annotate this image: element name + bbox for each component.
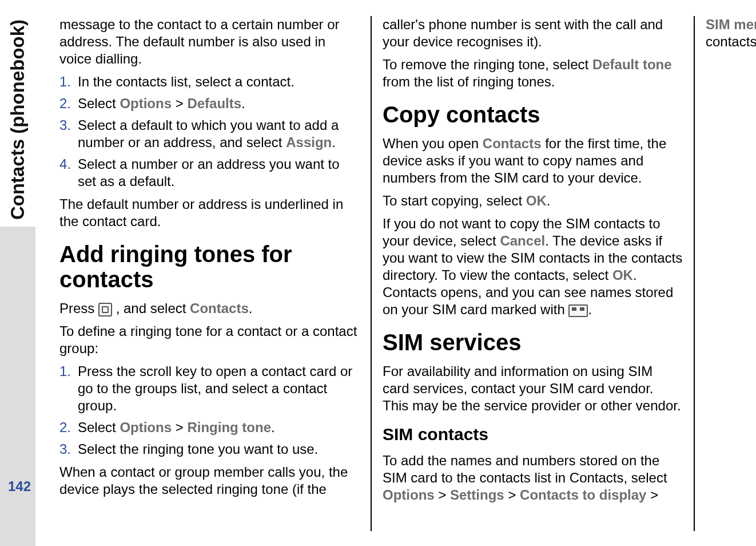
- ui-label-contacts: Contacts: [483, 136, 542, 151]
- page-number: 142: [8, 478, 31, 494]
- heading-copy-contacts: Copy contacts: [383, 102, 683, 127]
- copy-start-paragraph: To start copying, select OK.: [383, 192, 683, 209]
- list-number: 3.: [59, 117, 71, 134]
- heading-sim-contacts: SIM contacts: [383, 424, 683, 445]
- ui-label-options: Options: [383, 487, 435, 503]
- side-tab: Contacts (phonebook) 142: [0, 0, 35, 546]
- list-number: 1.: [59, 73, 71, 90]
- list-number: 1.: [59, 363, 71, 380]
- menu-key-icon: [98, 303, 112, 316]
- side-tab-label: Contacts (phonebook): [7, 19, 29, 220]
- ui-label-ok: OK: [526, 193, 547, 208]
- ui-label-contacts: Contacts: [190, 300, 249, 316]
- ui-label-options: Options: [120, 96, 172, 111]
- ui-label-settings: Settings: [450, 487, 504, 503]
- sim-availability-paragraph: For availability and information on usin…: [383, 363, 683, 414]
- ui-label-assign: Assign: [286, 134, 332, 150]
- list-text: Select Options > Ringing tone.: [78, 420, 275, 435]
- list-item: 4. Select a number or an address you wan…: [59, 156, 360, 190]
- copy-cancel-paragraph: If you do not want to copy the SIM conta…: [383, 215, 683, 318]
- remove-tone-paragraph: To remove the ringing tone, select Defau…: [383, 56, 683, 90]
- side-tab-decor: [0, 227, 35, 546]
- ui-label-default-tone: Default tone: [592, 57, 672, 72]
- ui-label-ringing-tone: Ringing tone: [187, 420, 271, 435]
- ringtone-steps-list: 1. Press the scroll key to open a contac…: [59, 363, 360, 458]
- ui-label-contacts-to-display: Contacts to display: [520, 487, 646, 503]
- ui-label-sim-memory: SIM memory: [706, 17, 756, 32]
- list-number: 4.: [59, 156, 71, 173]
- ui-label-defaults: Defaults: [187, 96, 241, 111]
- intro-paragraph: message to the contact to a certain numb…: [59, 16, 360, 68]
- ui-label-cancel: Cancel: [500, 233, 545, 248]
- list-item: 3. Select a default to which you want to…: [59, 117, 360, 151]
- list-number: 2.: [59, 419, 71, 436]
- ui-label-ok: OK: [612, 267, 633, 283]
- underline-paragraph: The default number or address is underli…: [59, 196, 360, 230]
- page-content: message to the contact to a certain numb…: [59, 16, 683, 531]
- press-paragraph: Press , and select Contacts.: [59, 300, 360, 317]
- list-item: 3. Select the ringing tone you want to u…: [59, 441, 360, 458]
- define-paragraph: To define a ringing tone for a contact o…: [59, 323, 360, 357]
- list-number: 2.: [59, 95, 71, 112]
- heading-add-ringing-tones: Add ringing tones for contacts: [59, 242, 360, 292]
- list-text: Select a default to which you want to ad…: [78, 117, 339, 150]
- list-text: Press the scroll key to open a contact c…: [78, 363, 352, 413]
- list-item: 1. Press the scroll key to open a contac…: [59, 363, 360, 414]
- list-text: Select the ringing tone you want to use.: [78, 441, 318, 457]
- list-item: 2. Select Options > Defaults.: [59, 95, 360, 112]
- list-text: Select a number or an address you want t…: [78, 156, 340, 189]
- list-number: 3.: [59, 441, 71, 458]
- ui-label-options: Options: [120, 420, 172, 435]
- heading-sim-services: SIM services: [383, 330, 683, 355]
- list-item: 1. In the contacts list, select a contac…: [59, 73, 360, 90]
- list-item: 2. Select Options > Ringing tone.: [59, 419, 360, 436]
- copy-open-paragraph: When you open Contacts for the first tim…: [383, 135, 683, 187]
- sim-card-icon: [568, 304, 588, 317]
- defaults-steps-list: 1. In the contacts list, select a contac…: [59, 73, 360, 190]
- list-text: Select Options > Defaults.: [78, 96, 245, 111]
- list-text: In the contacts list, select a contact.: [78, 74, 295, 89]
